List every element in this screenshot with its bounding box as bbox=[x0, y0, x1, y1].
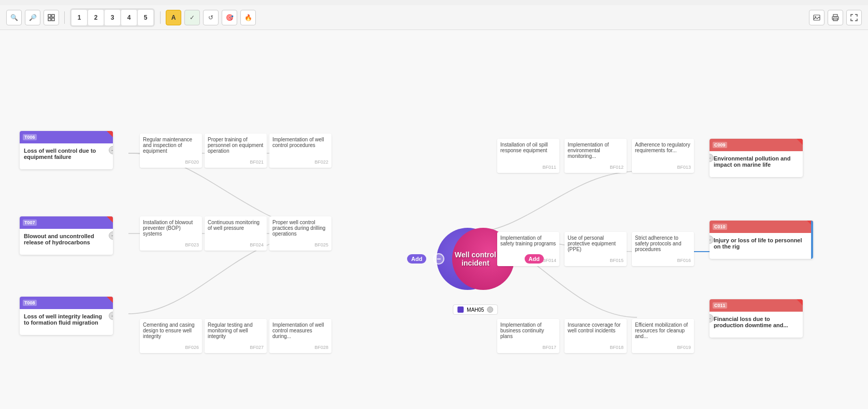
check-button[interactable]: ✓ bbox=[184, 10, 200, 25]
barrier-bf023-id: BF023 bbox=[143, 242, 199, 247]
barrier-bf016: Strict adherence to safety protocols and… bbox=[632, 232, 694, 266]
legend-square bbox=[457, 306, 464, 313]
barrier-bf011-id: BF011 bbox=[500, 165, 556, 170]
barrier-bf024-text: Continuous monitoring of well pressure bbox=[208, 220, 264, 240]
level-4-button[interactable]: 4 bbox=[121, 10, 137, 25]
barrier-bf018-id: BF018 bbox=[568, 345, 624, 350]
level-2-button[interactable]: 2 bbox=[88, 10, 104, 25]
svg-rect-2 bbox=[48, 18, 51, 21]
level-group: 1 2 3 4 5 bbox=[70, 8, 155, 27]
corner-flag-t007 bbox=[107, 216, 113, 223]
consequence-header-c011: C011 bbox=[710, 299, 803, 312]
consequence-badge-c010: C010 bbox=[713, 224, 727, 230]
barrier-bf022: Implementation of well control procedure… bbox=[269, 134, 331, 168]
barrier-bf017-text: Implementation of business continuity pl… bbox=[500, 322, 556, 343]
barrier-bf028-id: BF028 bbox=[272, 345, 328, 350]
toolbar-right bbox=[809, 10, 862, 25]
fullscreen-button[interactable] bbox=[846, 10, 862, 25]
svg-point-5 bbox=[815, 16, 816, 17]
cause-header-t007: T007 bbox=[20, 216, 113, 229]
barrier-bf026-id: BF026 bbox=[143, 345, 199, 350]
barrier-bf015-id: BF015 bbox=[568, 258, 624, 263]
barrier-bf020-text: Regular maintenance and inspection of eq… bbox=[143, 137, 199, 157]
corner-flag-c011 bbox=[797, 299, 803, 305]
barrier-bf027: Regular testing and monitoring of well i… bbox=[205, 319, 267, 353]
barrier-bf019-text: Efficient mobilization of resources for … bbox=[635, 322, 691, 343]
barrier-bf018-text: Insurance coverage for well control inci… bbox=[568, 322, 624, 343]
barrier-bf023: Installation of blowout preventer (BOP) … bbox=[140, 216, 202, 251]
consequence-node-c011: C011 Financial loss due to production do… bbox=[710, 299, 803, 338]
cause-node-t006: T006 Loss of well control due to equipme… bbox=[20, 131, 113, 169]
barrier-bf026: Cementing and casing design to ensure we… bbox=[140, 319, 202, 353]
svg-rect-1 bbox=[52, 14, 54, 17]
barrier-bf028: Implementation of well control measures … bbox=[269, 319, 331, 353]
barrier-bf018: Insurance coverage for well control inci… bbox=[565, 319, 627, 353]
cause-badge-t006: T006 bbox=[23, 134, 37, 140]
barrier-bf012-text: Implementation of environmental monitori… bbox=[568, 142, 624, 163]
barrier-bf014-text: Implementation of safety training progra… bbox=[500, 235, 556, 256]
barrier-bf022-text: Implementation of well control procedure… bbox=[272, 137, 328, 157]
barrier-bf020-id: BF020 bbox=[143, 159, 199, 165]
barrier-bf017-id: BF017 bbox=[500, 345, 556, 350]
image-button[interactable] bbox=[809, 10, 824, 25]
corner-flag-t008 bbox=[107, 297, 113, 303]
c010-accent-bar bbox=[811, 221, 813, 259]
consequence-body-c011: Financial loss due to production downtim… bbox=[710, 312, 803, 338]
cause-body-t006: Loss of well control due to equipment fa… bbox=[20, 143, 113, 169]
consequence-node-c010: C010 Injury or loss of life to personnel… bbox=[710, 221, 813, 259]
cause-badge-t008: T008 bbox=[23, 300, 37, 306]
level-3-button[interactable]: 3 bbox=[105, 10, 120, 25]
zoom-in-button[interactable]: 🔍 bbox=[6, 10, 22, 25]
center-add-left[interactable]: Add bbox=[407, 254, 426, 264]
canvas: T006 Loss of well control due to equipme… bbox=[0, 30, 868, 409]
cause-badge-t007: T007 bbox=[23, 220, 37, 226]
barrier-bf016-id: BF016 bbox=[635, 258, 691, 263]
reset-button[interactable]: ↺ bbox=[203, 10, 219, 25]
barrier-bf019-id: BF019 bbox=[635, 345, 691, 350]
barrier-bf027-id: BF027 bbox=[208, 345, 264, 350]
center-minus-right[interactable]: − bbox=[507, 253, 518, 265]
separator-2 bbox=[160, 11, 161, 24]
toolbar: 🔍 🔎 1 2 3 4 5 A ✓ ↺ 🎯 🔥 bbox=[0, 5, 868, 30]
fire-button[interactable]: 🔥 bbox=[240, 10, 256, 25]
consequence-body-c009: Environmental pollution and impact on ma… bbox=[710, 151, 803, 177]
zoom-out-button[interactable]: 🔎 bbox=[25, 10, 40, 25]
cause-body-t007: Blowout and uncontrolled release of hydr… bbox=[20, 229, 113, 255]
barrier-bf013-text: Adherence to regulatory requirements for… bbox=[635, 142, 691, 163]
consequence-badge-c011: C011 bbox=[713, 302, 727, 309]
level-1-button[interactable]: 1 bbox=[71, 10, 87, 25]
svg-rect-0 bbox=[48, 14, 51, 17]
annotate-button[interactable]: A bbox=[166, 10, 181, 25]
cause-node-t008: T008 Loss of well integrity leading to f… bbox=[20, 297, 113, 335]
consequence-badge-c009: C009 bbox=[713, 142, 727, 148]
barrier-bf021: Proper training of personnel on equipmen… bbox=[205, 134, 267, 168]
barrier-bf012: Implementation of environmental monitori… bbox=[565, 139, 627, 173]
consequence-body-c010: Injury or loss of life to personnel on t… bbox=[710, 233, 813, 259]
barrier-bf028-text: Implementation of well control measures … bbox=[272, 322, 328, 343]
barrier-bf011: Installation of oil spill response equip… bbox=[497, 139, 559, 173]
cause-body-t008: Loss of well integrity leading to format… bbox=[20, 309, 113, 335]
barrier-bf021-id: BF021 bbox=[208, 159, 264, 165]
cause-node-t007: T007 Blowout and uncontrolled release of… bbox=[20, 216, 113, 255]
barrier-bf017: Implementation of business continuity pl… bbox=[497, 319, 559, 353]
center-minus-left[interactable]: − bbox=[433, 253, 444, 265]
consequence-header-c009: C009 bbox=[710, 139, 803, 151]
level-5-button[interactable]: 5 bbox=[138, 10, 153, 25]
barrier-bf015-text: Use of personal protective equipment (PP… bbox=[568, 235, 624, 256]
barrier-bf019: Efficient mobilization of resources for … bbox=[632, 319, 694, 353]
cause-header-t008: T008 bbox=[20, 297, 113, 309]
barrier-bf015: Use of personal protective equipment (PP… bbox=[565, 232, 627, 266]
legend-label: MAH05 bbox=[467, 307, 484, 313]
print-button[interactable] bbox=[828, 10, 843, 25]
barrier-bf023-text: Installation of blowout preventer (BOP) … bbox=[143, 220, 199, 240]
barrier-bf020: Regular maintenance and inspection of eq… bbox=[140, 134, 202, 168]
barrier-bf025-id: BF025 bbox=[272, 242, 328, 247]
center-add-right[interactable]: Add bbox=[525, 254, 544, 264]
barrier-bf012-id: BF012 bbox=[568, 165, 624, 170]
barrier-bf024-id: BF024 bbox=[208, 242, 264, 247]
barrier-bf025-text: Proper well control practices during dri… bbox=[272, 220, 328, 240]
center-title: Well control incident bbox=[447, 251, 504, 267]
target-button[interactable]: 🎯 bbox=[222, 10, 237, 25]
fit-button[interactable] bbox=[44, 10, 59, 25]
barrier-bf027-text: Regular testing and monitoring of well i… bbox=[208, 322, 264, 343]
